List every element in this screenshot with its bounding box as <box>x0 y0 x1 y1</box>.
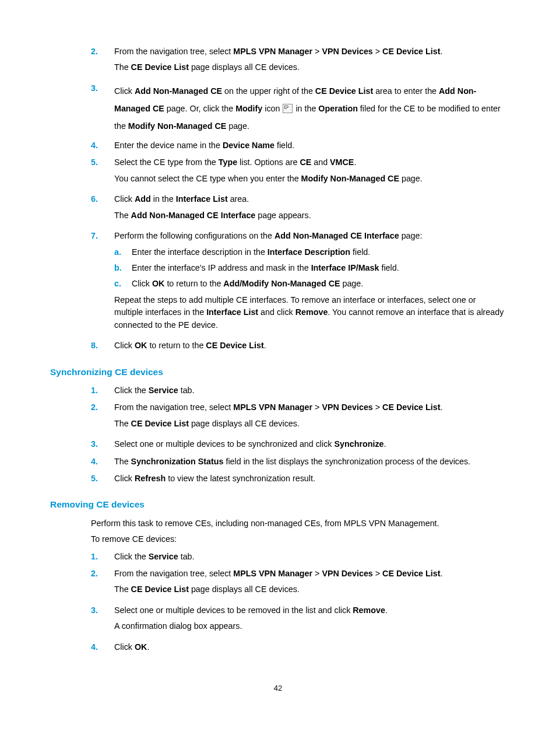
step-number: 3. <box>91 82 114 135</box>
step-number: 5. <box>91 156 114 188</box>
step-number: 7. <box>91 230 114 335</box>
step-body: Click Add Non-Managed CE on the upper ri… <box>114 82 506 135</box>
remove-step-2: 2. From the navigation tree, select MPLS… <box>91 568 506 600</box>
step-7-note: Repeat the steps to add multiple CE inte… <box>114 294 506 331</box>
remove-step-1: 1. Click the Service tab. <box>91 551 506 563</box>
step-4: 4. Enter the device name in the Device N… <box>91 139 506 152</box>
step-body: Click OK to return to the CE Device List… <box>114 340 506 352</box>
step-body: Click Add in the Interface List area. Th… <box>114 193 506 225</box>
substep-b: b. Enter the interface's IP address and … <box>114 262 506 274</box>
sync-step-3: 3. Select one or multiple devices to be … <box>91 438 506 450</box>
step-7: 7. Perform the following configurations … <box>91 230 506 335</box>
sync-step-5: 5. Click Refresh to view the latest sync… <box>91 473 506 485</box>
step-8: 8. Click OK to return to the CE Device L… <box>91 340 506 352</box>
sync-step-4: 4. The Synchronization Status field in t… <box>91 456 506 468</box>
step-body: From the navigation tree, select MPLS VP… <box>114 46 506 78</box>
remove-intro-2: To remove CE devices: <box>91 533 506 545</box>
remove-step-3: 3. Select one or multiple devices to be … <box>91 604 506 636</box>
step-3: 3. Click Add Non-Managed CE on the upper… <box>91 82 506 135</box>
page-number: 42 <box>50 682 506 694</box>
sync-step-2: 2. From the navigation tree, select MPLS… <box>91 401 506 433</box>
substep-c: c. Click OK to return to the Add/Modify … <box>114 278 506 290</box>
step-body: Perform the following configurations on … <box>114 230 506 335</box>
step-number: 4. <box>91 139 114 152</box>
step-number: 6. <box>91 193 114 225</box>
step-5: 5. Select the CE type from the Type list… <box>91 156 506 188</box>
step-2: 2. From the navigation tree, select MPLS… <box>91 46 506 78</box>
step-number: 8. <box>91 340 114 352</box>
step-body: Enter the device name in the Device Name… <box>114 139 506 152</box>
step-body: Select the CE type from the Type list. O… <box>114 156 506 188</box>
step-number: 2. <box>91 46 114 78</box>
remove-step-4: 4. Click OK. <box>91 641 506 653</box>
sync-step-1: 1. Click the Service tab. <box>91 384 506 397</box>
remove-intro-1: Perform this task to remove CEs, includi… <box>91 517 506 530</box>
step-6: 6. Click Add in the Interface List area.… <box>91 193 506 225</box>
heading-sync-ce: Synchronizing CE devices <box>50 365 506 379</box>
substep-a: a. Enter the interface description in th… <box>114 246 506 258</box>
heading-remove-ce: Removing CE devices <box>50 498 506 511</box>
modify-icon <box>283 104 293 113</box>
